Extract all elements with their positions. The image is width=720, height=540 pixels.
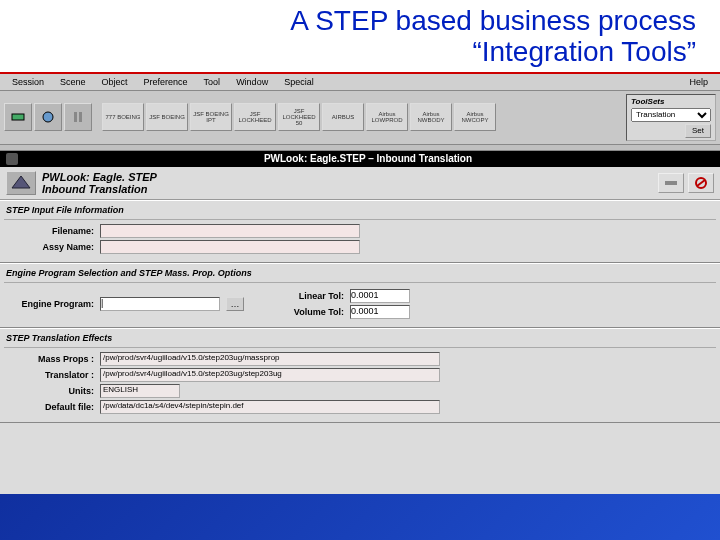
engine-program-browse-button[interactable]: …	[226, 297, 244, 311]
menu-preference[interactable]: Preference	[136, 76, 196, 88]
filename-label: Filename:	[4, 226, 94, 236]
engine-program-input[interactable]: |	[100, 297, 220, 311]
tool-icon-2[interactable]	[688, 173, 714, 193]
svg-rect-2	[74, 112, 77, 122]
menubar: Session Scene Object Preference Tool Win…	[0, 74, 720, 91]
section-step-input: STEP Input File Information Filename: As…	[0, 200, 720, 263]
wrench-icon	[663, 177, 679, 189]
toolbar-btn-airbus-nwbody[interactable]: Airbus NWBODY	[410, 103, 452, 131]
toolbar-btn-jsf-boeing[interactable]: JSF BOEING	[146, 103, 188, 131]
cancel-icon	[693, 177, 709, 189]
section-engine-program-title: Engine Program Selection and STEP Mass. …	[4, 266, 716, 283]
section-translation-effects: STEP Translation Effects Mass Props : /p…	[0, 328, 720, 423]
toolbar-btn-jsf-lockheed-50[interactable]: JSF LOCKHEED 50	[278, 103, 320, 131]
menu-scene[interactable]: Scene	[52, 76, 94, 88]
units-label: Units:	[4, 386, 94, 396]
svg-rect-3	[79, 112, 82, 122]
svg-line-6	[697, 180, 705, 186]
linear-tol-input[interactable]: 0.0001	[350, 289, 410, 303]
assyname-input[interactable]	[100, 240, 360, 254]
sub-header-line1: PWLook: Eagle. STEP	[42, 171, 157, 183]
toolbar-btn-jsf-lockheed[interactable]: JSF LOCKHEED	[234, 103, 276, 131]
default-file-label: Default file:	[4, 402, 94, 412]
toolsets-panel: ToolSets Translation Set	[626, 94, 716, 141]
app-window: Session Scene Object Preference Tool Win…	[0, 74, 720, 494]
eagle-icon	[10, 174, 32, 192]
section-translation-effects-title: STEP Translation Effects	[4, 331, 716, 348]
toolsets-select[interactable]: Translation	[631, 108, 711, 122]
sub-header-title: PWLook: Eagle. STEP Inbound Translation	[42, 171, 157, 195]
app-logo-icon	[6, 171, 36, 195]
tool-icon-1[interactable]	[658, 173, 684, 193]
menu-special[interactable]: Special	[276, 76, 322, 88]
menubar-spacer	[322, 76, 682, 88]
volume-tol-label: Volume Tol:	[274, 307, 344, 317]
toolbar-btn-777-boeing[interactable]: 777 BOEING	[102, 103, 144, 131]
toolbar-btn-airbus-nwcopy[interactable]: Airbus NWCOPY	[454, 103, 496, 131]
menu-window[interactable]: Window	[228, 76, 276, 88]
tool-icon	[39, 108, 57, 126]
assyname-label: Assy Name:	[4, 242, 94, 252]
window-title-cap-icon	[6, 153, 18, 165]
toolsets-label: ToolSets	[631, 97, 711, 106]
default-file-input[interactable]: /pw/data/dc1a/s4/dev4/stepin/stepin.def	[100, 400, 440, 414]
window-title-bar: PWLook: Eagle.STEP – Inbound Translation	[0, 151, 720, 167]
toolbar-btn-airbus-lowprod[interactable]: Airbus LOWPROD	[366, 103, 408, 131]
translator-label: Translator :	[4, 370, 94, 380]
toolsets-set-button[interactable]: Set	[685, 124, 711, 138]
section-step-input-title: STEP Input File Information	[4, 203, 716, 220]
toolbar-icon-1[interactable]	[4, 103, 32, 131]
slide-root: A STEP based business process “Integrati…	[0, 0, 720, 540]
filename-input[interactable]	[100, 224, 360, 238]
sub-header: PWLook: Eagle. STEP Inbound Translation	[0, 167, 720, 200]
sub-header-right-icons	[658, 173, 714, 193]
massprops-label: Mass Props :	[4, 354, 94, 364]
sub-header-line2: Inbound Translation	[42, 183, 157, 195]
slide-title-line2: “Integration Tools”	[24, 37, 696, 68]
blank-area	[0, 423, 720, 494]
svg-rect-4	[665, 181, 677, 185]
tool-icon	[69, 108, 87, 126]
volume-tol-input[interactable]: 0.0001	[350, 305, 410, 319]
massprops-input[interactable]: /pw/prod/svr4/ugiiload/v15.0/step203ug/m…	[100, 352, 440, 366]
translator-input[interactable]: /pw/prod/svr4/ugiiload/v15.0/step203ug/s…	[100, 368, 440, 382]
linear-tol-label: Linear Tol:	[274, 291, 344, 301]
menu-object[interactable]: Object	[94, 76, 136, 88]
toolbar-icon-3[interactable]	[64, 103, 92, 131]
menu-help[interactable]: Help	[681, 76, 716, 88]
menu-session[interactable]: Session	[4, 76, 52, 88]
menu-tool[interactable]: Tool	[196, 76, 229, 88]
svg-point-1	[43, 112, 53, 122]
toolbar: 777 BOEING JSF BOEING JSF BOEING IPT JSF…	[0, 91, 720, 145]
toolbar-btn-jsf-boeing-ipt[interactable]: JSF BOEING IPT	[190, 103, 232, 131]
svg-rect-0	[12, 114, 24, 120]
window-title-text: PWLook: Eagle.STEP – Inbound Translation	[22, 153, 714, 164]
engine-program-label: Engine Program:	[4, 299, 94, 309]
section-engine-program: Engine Program Selection and STEP Mass. …	[0, 263, 720, 328]
tool-icon	[9, 108, 27, 126]
units-input[interactable]: ENGLISH	[100, 384, 180, 398]
slide-title-block: A STEP based business process “Integrati…	[0, 0, 720, 74]
toolbar-icon-2[interactable]	[34, 103, 62, 131]
toolbar-btn-airbus[interactable]: AIRBUS	[322, 103, 364, 131]
slide-title-line1: A STEP based business process	[24, 6, 696, 37]
